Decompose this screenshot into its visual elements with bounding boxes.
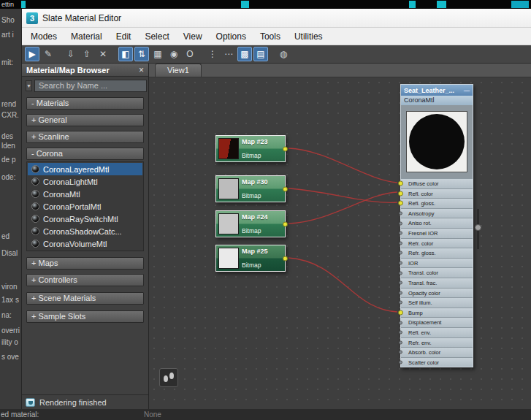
output-socket[interactable] bbox=[283, 146, 288, 151]
input-socket[interactable] bbox=[398, 181, 403, 186]
pan-navigator-icon[interactable] bbox=[159, 368, 178, 387]
input-socket[interactable] bbox=[399, 331, 402, 335]
slot-bump[interactable]: Bump bbox=[401, 308, 473, 318]
map-node-25[interactable]: Map #25 Bitmap bbox=[215, 245, 286, 272]
menu-view[interactable]: View bbox=[183, 31, 202, 42]
slot-refr-env[interactable]: Refr. env. bbox=[401, 337, 473, 348]
close-icon[interactable]: × bbox=[139, 66, 144, 75]
slot-refr-gloss[interactable]: Refr. gloss. bbox=[401, 248, 473, 258]
sort-order-icon[interactable]: ⇅ bbox=[134, 47, 149, 61]
map-node-type: Bitmap bbox=[242, 227, 285, 234]
tree-item-coronalightmtl[interactable]: CoronaLightMtl bbox=[28, 175, 142, 188]
menu-edit[interactable]: Edit bbox=[116, 31, 131, 42]
move-children-icon[interactable]: ◧ bbox=[118, 47, 133, 61]
slot-self-illum[interactable]: Self illum. bbox=[401, 297, 473, 308]
canvas-scrollbar-knob[interactable] bbox=[475, 224, 481, 231]
show-grid-icon[interactable]: ▩ bbox=[237, 47, 252, 61]
slot-transl-color[interactable]: Transl. color bbox=[401, 267, 473, 278]
notifications-icon[interactable]: ◍ bbox=[276, 47, 291, 61]
input-socket[interactable] bbox=[399, 360, 402, 364]
slot-ior[interactable]: IOR bbox=[401, 258, 473, 268]
layout-horizontal-icon[interactable]: ⋯ bbox=[221, 47, 236, 61]
tree-item-coronarayswitchmtl[interactable]: CoronaRaySwitchMtl bbox=[28, 213, 142, 225]
input-socket[interactable] bbox=[399, 351, 402, 354]
material-node-seat-leather[interactable]: Seat_Leather_... — CoronaMtl Diffuse col… bbox=[400, 84, 473, 367]
menu-options[interactable]: Options bbox=[216, 31, 246, 42]
tree-item-coronamtl[interactable]: CoronaMtl bbox=[28, 188, 142, 200]
show-background-icon[interactable]: ▦ bbox=[150, 47, 165, 61]
output-socket[interactable] bbox=[283, 221, 288, 226]
tree-group-controllers[interactable]: + Controllers bbox=[26, 274, 144, 286]
node-canvas[interactable]: Map #23 Bitmap Map #30 Bitmap bbox=[149, 77, 531, 409]
menu-material[interactable]: Material bbox=[71, 31, 102, 42]
slot-refr-color[interactable]: Refr. color bbox=[401, 238, 473, 248]
slot-opacity-color[interactable]: Opacity color bbox=[401, 288, 473, 298]
input-socket[interactable] bbox=[398, 310, 403, 316]
slot-transl-frac[interactable]: Transl. frac. bbox=[401, 278, 473, 288]
slot-displacement[interactable]: Displacement bbox=[401, 317, 473, 327]
slot-absorb-color[interactable]: Absorb. color bbox=[401, 347, 473, 357]
chevron-down-icon[interactable]: ▼ bbox=[26, 80, 32, 91]
tree-group-materials[interactable]: - Materials bbox=[26, 97, 144, 110]
input-socket[interactable] bbox=[399, 261, 402, 265]
menu-utilities[interactable]: Utilities bbox=[294, 31, 323, 42]
tree-item-coronashadowcatcher[interactable]: CoronaShadowCatc... bbox=[28, 225, 142, 237]
slot-refl-color[interactable]: Refl. color bbox=[401, 188, 473, 199]
input-socket[interactable] bbox=[399, 241, 402, 245]
map-node-24[interactable]: Map #24 Bitmap bbox=[215, 210, 286, 237]
tree-group-general[interactable]: + General bbox=[26, 114, 144, 126]
tree-group-maps[interactable]: + Maps bbox=[26, 257, 144, 270]
tree-group-scene-materials[interactable]: + Scene Materials bbox=[26, 292, 144, 305]
input-socket[interactable] bbox=[398, 201, 403, 206]
layout-vertical-icon[interactable]: ⋮ bbox=[205, 47, 220, 61]
input-socket[interactable] bbox=[399, 221, 402, 225]
material-preview[interactable] bbox=[406, 111, 467, 172]
connection-wires bbox=[149, 77, 531, 409]
output-socket[interactable] bbox=[283, 256, 288, 261]
slot-aniso-rot[interactable]: Aniso rot. bbox=[401, 218, 473, 228]
slot-anisotropy[interactable]: Anisotropy bbox=[401, 208, 473, 218]
output-socket[interactable] bbox=[283, 186, 288, 191]
put-material-icon[interactable]: ⇧ bbox=[80, 47, 94, 61]
pick-material-icon[interactable]: ✎ bbox=[41, 47, 56, 61]
menu-modes[interactable]: Modes bbox=[31, 31, 57, 42]
delete-selected-icon[interactable]: ✕ bbox=[96, 47, 110, 61]
map-node-30[interactable]: Map #30 Bitmap bbox=[215, 175, 286, 202]
background-text-fragment: de p bbox=[1, 156, 15, 164]
tree-group-corona[interactable]: - Corona bbox=[26, 148, 144, 160]
get-material-icon[interactable]: ⇩ bbox=[64, 47, 78, 61]
slot-scatter-color[interactable]: Scatter color bbox=[401, 357, 473, 367]
tree-group-scanline[interactable]: + Scanline bbox=[26, 131, 144, 143]
input-socket[interactable] bbox=[399, 232, 402, 235]
input-socket[interactable] bbox=[399, 271, 402, 275]
minimize-icon[interactable]: — bbox=[464, 87, 470, 93]
input-socket[interactable] bbox=[399, 251, 402, 255]
map-node-23[interactable]: Map #23 Bitmap bbox=[215, 135, 286, 162]
input-socket[interactable] bbox=[399, 321, 402, 324]
material-node-titlebar[interactable]: Seat_Leather_... — bbox=[401, 85, 473, 96]
slot-fresnel-ior[interactable]: Fresnel IOR bbox=[401, 228, 473, 238]
isolate-node-icon[interactable]: O bbox=[183, 47, 197, 61]
input-socket[interactable] bbox=[399, 301, 402, 305]
input-socket[interactable] bbox=[399, 281, 402, 285]
tree-group-sample-slots[interactable]: + Sample Slots bbox=[26, 310, 144, 323]
tree-item-coronavolumemtl[interactable]: CoronaVolumeMtl bbox=[28, 237, 142, 250]
search-input[interactable] bbox=[34, 80, 147, 92]
input-socket[interactable] bbox=[398, 191, 403, 196]
slot-refl-gloss[interactable]: Refl. gloss. bbox=[401, 198, 473, 208]
input-socket[interactable] bbox=[399, 212, 402, 215]
tree-item-coronaportalmtl[interactable]: CoronaPortalMtl bbox=[28, 200, 142, 213]
menu-tools[interactable]: Tools bbox=[260, 31, 280, 42]
tab-view1[interactable]: View1 bbox=[155, 64, 202, 77]
input-socket[interactable] bbox=[399, 340, 402, 344]
tree-item-coronalayeredmtl[interactable]: CoronaLayeredMtl bbox=[28, 163, 142, 175]
input-socket[interactable] bbox=[399, 291, 402, 294]
window-titlebar[interactable]: 3 Slate Material Editor bbox=[22, 9, 531, 28]
slot-label: Refl. env. bbox=[408, 329, 431, 336]
render-preview-icon[interactable]: ◉ bbox=[167, 47, 181, 61]
select-tool-icon[interactable]: ▶ bbox=[25, 47, 39, 61]
slot-refl-env[interactable]: Refl. env. bbox=[401, 327, 473, 337]
menu-select[interactable]: Select bbox=[145, 31, 169, 42]
slot-diffuse-color[interactable]: Diffuse color bbox=[401, 178, 473, 188]
snap-toggle-icon[interactable]: ▤ bbox=[253, 47, 268, 61]
